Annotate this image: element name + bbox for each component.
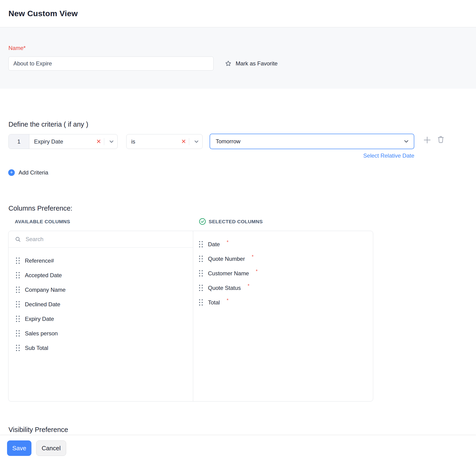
add-criteria-label: Add Criteria — [18, 169, 48, 176]
column-label: Sales person — [25, 330, 58, 337]
available-column-item[interactable]: Reference# — [8, 254, 193, 268]
criteria-operator-select[interactable]: is ✕ — [126, 134, 203, 149]
criteria-heading: Define the criteria ( if any ) — [8, 121, 88, 128]
required-marker: * — [227, 297, 229, 303]
drag-handle-icon[interactable] — [16, 272, 20, 279]
column-label: Accepted Date — [25, 272, 62, 279]
drag-handle-icon[interactable] — [199, 241, 203, 248]
visibility-preference-heading: Visibility Preference — [8, 426, 68, 434]
available-column-item[interactable]: Accepted Date — [8, 268, 193, 283]
chevron-down-icon[interactable] — [193, 139, 199, 145]
clear-field-icon[interactable]: ✕ — [96, 139, 101, 144]
required-marker: * — [227, 239, 229, 245]
mark-as-favorite-label: Mark as Favorite — [236, 60, 278, 67]
criteria-field-select[interactable]: 1 Expiry Date ✕ — [8, 134, 118, 149]
available-column-item[interactable]: Expiry Date — [8, 312, 193, 326]
drag-handle-icon[interactable] — [16, 257, 20, 264]
available-column-item[interactable]: Sales person — [8, 326, 193, 341]
drag-handle-icon[interactable] — [16, 301, 20, 308]
columns-panel: Reference# Accepted Date Company Name De… — [8, 231, 373, 402]
criteria-field-value: Expiry Date — [29, 138, 95, 145]
divider — [104, 138, 104, 145]
column-label: Sub Total — [25, 345, 48, 351]
drag-handle-icon[interactable] — [16, 330, 20, 337]
search-input[interactable] — [25, 236, 193, 243]
drag-handle-icon[interactable] — [199, 270, 203, 277]
column-label: Reference# — [25, 257, 54, 264]
drag-handle-icon[interactable] — [16, 316, 20, 322]
footer-bar: Save Cancel — [0, 435, 476, 462]
name-input[interactable] — [8, 57, 213, 71]
search-icon — [15, 236, 21, 242]
name-section: Name* Mark as Favorite — [0, 27, 476, 89]
selected-column-item[interactable]: Quote Status * — [193, 281, 373, 295]
selected-columns-pane: Date * Quote Number * Customer Name * — [193, 231, 373, 401]
selected-column-item[interactable]: Total * — [193, 295, 373, 310]
criteria-operator-value: is — [127, 138, 180, 145]
relative-date-link-row: Select Relative Date — [8, 152, 414, 159]
column-label: Customer Name — [208, 270, 249, 277]
save-button[interactable]: Save — [7, 440, 32, 456]
column-label: Company Name — [25, 287, 66, 293]
column-label: Date — [208, 241, 220, 248]
divider — [189, 138, 189, 145]
drag-handle-icon[interactable] — [199, 299, 203, 306]
available-columns-header: AVAILABLE COLUMNS — [15, 219, 193, 224]
drag-handle-icon[interactable] — [199, 256, 203, 262]
delete-criteria-row-icon[interactable] — [436, 135, 445, 144]
columns-preference-heading: Columns Preference: — [8, 205, 72, 212]
mark-as-favorite-toggle[interactable]: Mark as Favorite — [224, 60, 278, 67]
column-label: Quote Status — [208, 285, 241, 291]
selected-column-item[interactable]: Quote Number * — [193, 252, 373, 266]
column-label: Expiry Date — [25, 316, 54, 322]
criteria-value: Tomorrow — [216, 138, 240, 145]
available-column-item[interactable]: Declined Date — [8, 297, 193, 312]
criteria-value-select[interactable]: Tomorrow — [210, 134, 414, 149]
add-criteria-button[interactable]: + Add Criteria — [8, 169, 48, 176]
select-relative-date-link[interactable]: Select Relative Date — [363, 152, 414, 159]
selected-column-item[interactable]: Date * — [193, 237, 373, 252]
star-icon — [224, 60, 232, 67]
window-header: New Custom View — [0, 0, 476, 27]
page-title: New Custom View — [8, 9, 78, 18]
available-column-item[interactable]: Sub Total — [8, 341, 193, 355]
selected-columns-list: Date * Quote Number * Customer Name * — [193, 237, 373, 310]
available-column-item[interactable]: Company Name — [8, 283, 193, 297]
selected-columns-header: SELECTED COLUMNS — [209, 219, 263, 224]
selected-column-item[interactable]: Customer Name * — [193, 266, 373, 281]
required-marker: * — [256, 269, 258, 274]
chevron-down-icon — [403, 138, 409, 145]
criteria-row-index: 1 — [9, 134, 29, 149]
column-label: Declined Date — [25, 301, 60, 308]
clear-operator-icon[interactable]: ✕ — [181, 139, 186, 144]
required-marker: * — [252, 254, 254, 259]
available-columns-pane: Reference# Accepted Date Company Name De… — [8, 231, 193, 401]
required-marker: * — [248, 283, 249, 289]
column-search-row — [8, 231, 193, 248]
column-label: Quote Number — [208, 256, 245, 262]
verified-badge-icon — [199, 218, 206, 225]
chevron-down-icon[interactable] — [109, 139, 115, 145]
columns-headers-row: AVAILABLE COLUMNS SELECTED COLUMNS — [8, 218, 373, 225]
column-label: Total — [208, 299, 220, 306]
drag-handle-icon[interactable] — [199, 285, 203, 291]
drag-handle-icon[interactable] — [16, 345, 20, 351]
cancel-button[interactable]: Cancel — [36, 440, 66, 456]
plus-circle-icon: + — [8, 169, 15, 176]
drag-handle-icon[interactable] — [16, 287, 20, 293]
name-label: Name* — [8, 45, 26, 51]
available-columns-list: Reference# Accepted Date Company Name De… — [8, 248, 193, 355]
add-criteria-row-icon[interactable] — [423, 136, 432, 144]
